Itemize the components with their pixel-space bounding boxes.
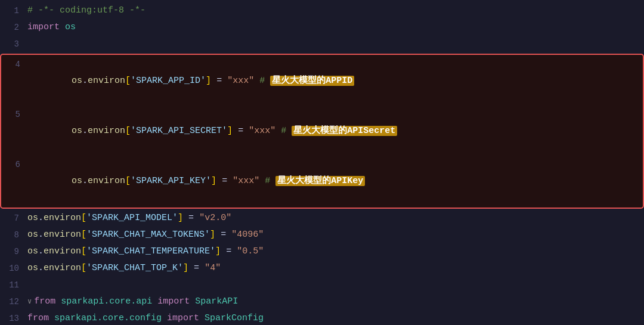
code-editor: 1 # -*- coding:utf-8 -*- 2 import os 3 4… [0, 0, 644, 325]
code-line-13: 13 from sparkapi.core.config import Spar… [0, 310, 644, 325]
code-line-8: 8 os.environ['SPARK_CHAT_MAX_TOKENS'] = … [0, 227, 644, 243]
code-line-7: 7 os.environ['SPARK_API_MODEL'] = "v2.0" [0, 210, 644, 227]
code-line-5: 5 os.environ['SPARK_API_SECRET'] = "xxx"… [1, 106, 643, 156]
code-line-6: 6 os.environ['SPARK_API_KEY'] = "xxx" # … [1, 156, 643, 206]
code-line-11: 11 [0, 277, 644, 293]
code-line-2: 2 import os [0, 19, 644, 36]
code-line-1: 1 # -*- coding:utf-8 -*- [0, 2, 644, 19]
code-line-10: 10 os.environ['SPARK_CHAT_TOP_K'] = "4" [0, 260, 644, 277]
code-line-12: 12 ∨from sparkapi.core.api import SparkA… [0, 293, 644, 310]
code-line-3: 3 [0, 36, 644, 52]
code-line-4: 4 os.environ['SPARK_APP_ID'] = "xxx" # 星… [1, 56, 643, 106]
code-line-9: 9 os.environ['SPARK_CHAT_TEMPERATURE'] =… [0, 243, 644, 260]
